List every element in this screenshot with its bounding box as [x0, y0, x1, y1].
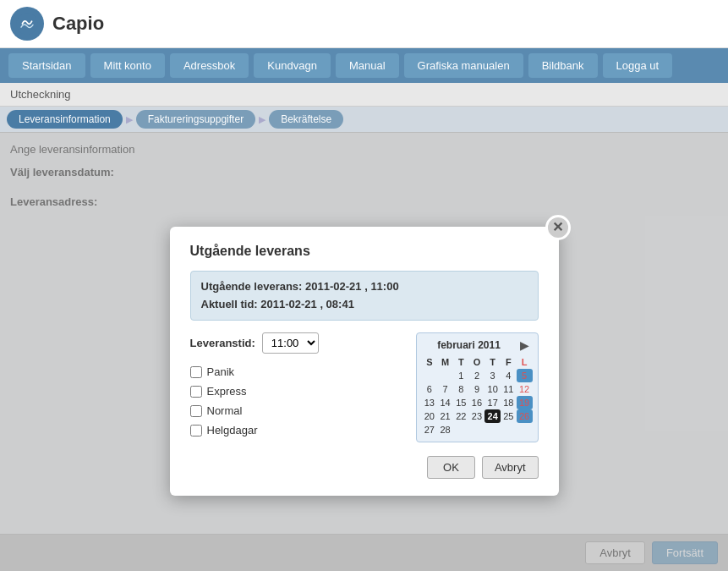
cal-day[interactable]: 28	[437, 423, 453, 436]
cal-header-o: O	[469, 355, 485, 369]
checkbox-helgdagar-label: Helgdagar	[207, 424, 258, 436]
tab-arrow-1: ▶	[126, 114, 133, 125]
cal-day	[501, 423, 517, 436]
cal-day[interactable]: 10	[484, 382, 501, 396]
checkbox-express-label: Express	[207, 385, 247, 398]
cal-day	[469, 423, 485, 436]
tab-arrow-2: ▶	[259, 114, 265, 125]
cal-day[interactable]: 8	[453, 382, 469, 396]
calendar-table: S M T O T F L 12345678910111213	[422, 355, 533, 436]
cal-day[interactable]: 13	[422, 396, 438, 409]
calendar-month-year: februari 2011	[422, 339, 517, 351]
cal-day[interactable]: 5	[517, 369, 533, 382]
cal-day[interactable]: 2	[469, 369, 485, 382]
checkbox-group: Panik Express Normal Helgdagar	[190, 365, 402, 436]
nav-kundvagn[interactable]: Kundvagn	[254, 53, 331, 78]
cal-day[interactable]: 15	[453, 396, 469, 409]
cal-header-t1: T	[453, 355, 469, 369]
checkbox-panik-label: Panik	[207, 365, 235, 378]
cal-day	[437, 369, 453, 382]
cal-day[interactable]: 17	[484, 396, 501, 409]
cal-day[interactable]: 9	[469, 382, 485, 396]
modal-left: Leveranstid: 10:00 11:00 12:00 13:00 14:…	[190, 332, 402, 442]
checkbox-helgdagar[interactable]: Helgdagar	[190, 424, 402, 436]
breadcrumb: Utcheckning	[0, 83, 728, 107]
cal-day[interactable]: 25	[501, 409, 517, 423]
cal-day[interactable]: 14	[437, 396, 453, 409]
nav-startsidan[interactable]: Startsidan	[8, 53, 85, 78]
cal-day[interactable]: 3	[484, 369, 501, 382]
modal-info-line1: Utgående leverans: 2011-02-21 , 11:00	[201, 278, 528, 296]
cal-day[interactable]: 19	[517, 396, 533, 409]
cal-day	[453, 423, 469, 436]
nav-adressbok[interactable]: Adressbok	[170, 53, 249, 78]
checkbox-normal-label: Normal	[207, 404, 243, 417]
cal-day[interactable]: 7	[437, 382, 453, 396]
tab-leveransinformation[interactable]: Leveransinformation	[7, 110, 123, 129]
cal-day[interactable]: 12	[517, 382, 533, 396]
cal-day[interactable]: 4	[501, 369, 517, 382]
nav-grafiska[interactable]: Grafiska manualen	[404, 53, 523, 78]
logo-text: Capio	[52, 13, 104, 35]
modal-footer: OK Avbryt	[190, 456, 539, 479]
cal-day[interactable]: 23	[469, 409, 485, 423]
cal-day[interactable]: 27	[422, 423, 438, 436]
cal-header-m: M	[437, 355, 453, 369]
nav-bar: Startsidan Mitt konto Adressbok Kundvagn…	[0, 48, 728, 83]
checkbox-helgdagar-input[interactable]	[190, 425, 202, 436]
cal-day	[484, 423, 501, 436]
leveranstid-row: Leveranstid: 10:00 11:00 12:00 13:00 14:…	[190, 332, 402, 354]
calendar-container: februari 2011 ▶ S M T O T	[416, 332, 539, 442]
close-button[interactable]: ✕	[545, 215, 571, 240]
calendar-header: februari 2011 ▶	[422, 338, 533, 352]
leveranstid-label: Leveranstid:	[190, 337, 255, 349]
tab-bekraftelse[interactable]: Bekräftelse	[269, 110, 343, 129]
checkbox-panik-input[interactable]	[190, 366, 202, 378]
cal-day[interactable]: 18	[501, 396, 517, 409]
modal-info-line2: Aktuell tid: 2011-02-21 , 08:41	[201, 296, 528, 314]
nav-mitt-konto[interactable]: Mitt konto	[90, 53, 165, 78]
page-content: Ange leveransinformation Välj leveransda…	[0, 133, 728, 571]
time-select[interactable]: 10:00 11:00 12:00 13:00 14:00 15:00 16:0…	[262, 332, 319, 354]
nav-manual[interactable]: Manual	[336, 53, 399, 78]
cal-day[interactable]: 24	[484, 409, 501, 423]
cal-day[interactable]: 26	[517, 409, 533, 423]
cancel-button[interactable]: Avbryt	[482, 456, 539, 479]
nav-logga-ut[interactable]: Logga ut	[603, 53, 673, 78]
ok-button[interactable]: OK	[427, 456, 475, 479]
modal-title: Utgående leverans	[190, 244, 539, 259]
modal-info-box: Utgående leverans: 2011-02-21 , 11:00 Ak…	[190, 271, 539, 321]
nav-bildbank[interactable]: Bildbank	[528, 53, 598, 78]
tab-fakturering[interactable]: Faktureringsuppgifter	[136, 110, 255, 129]
cal-header-s: S	[422, 355, 438, 369]
cal-header-l: L	[517, 355, 533, 369]
cal-day[interactable]: 20	[422, 409, 438, 423]
tab-bekraftelse-label: Bekräftelse	[281, 113, 331, 125]
cal-header-t2: T	[484, 355, 501, 369]
checkbox-normal[interactable]: Normal	[190, 404, 402, 417]
breadcrumb-text: Utcheckning	[10, 88, 71, 101]
cal-day[interactable]: 16	[469, 396, 485, 409]
tab-fakturering-label: Faktureringsuppgifter	[148, 113, 244, 125]
cal-day[interactable]: 22	[453, 409, 469, 423]
cal-day[interactable]: 21	[437, 409, 453, 423]
cal-header-f: F	[501, 355, 517, 369]
calendar: februari 2011 ▶ S M T O T	[416, 332, 539, 442]
checkbox-normal-input[interactable]	[190, 405, 202, 417]
cal-day	[517, 423, 533, 436]
modal-dialog: ✕ Utgående leverans Utgående leverans: 2…	[170, 227, 559, 497]
header: Capio	[0, 0, 728, 48]
calendar-next-btn[interactable]: ▶	[517, 338, 533, 352]
cal-day	[422, 369, 438, 382]
checkbox-panik[interactable]: Panik	[190, 365, 402, 378]
checkbox-express-input[interactable]	[190, 386, 202, 398]
logo-icon	[10, 7, 44, 41]
tab-leveransinformation-label: Leveransinformation	[19, 113, 111, 125]
modal-overlay: ✕ Utgående leverans Utgående leverans: 2…	[0, 133, 728, 571]
tabs-bar: Leveransinformation ▶ Faktureringsuppgif…	[0, 107, 728, 133]
modal-body: Leveranstid: 10:00 11:00 12:00 13:00 14:…	[190, 332, 539, 442]
cal-day[interactable]: 1	[453, 369, 469, 382]
checkbox-express[interactable]: Express	[190, 385, 402, 398]
cal-day[interactable]: 11	[501, 382, 517, 396]
cal-day[interactable]: 6	[422, 382, 438, 396]
